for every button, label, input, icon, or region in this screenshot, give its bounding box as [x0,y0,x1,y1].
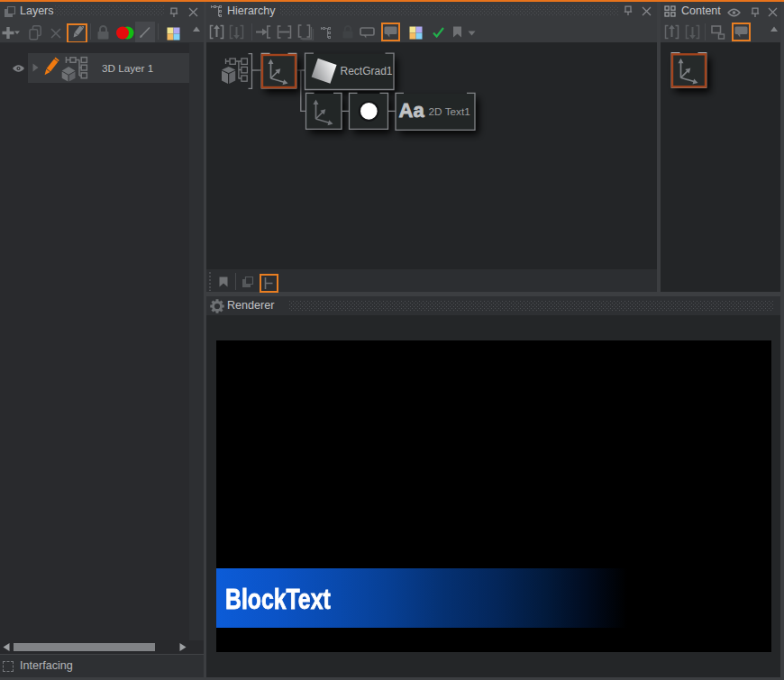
svg-text:RectGrad1: RectGrad1 [341,65,393,77]
svg-text:Aa: Aa [399,99,425,122]
svg-text:2D Text1: 2D Text1 [429,105,470,118]
